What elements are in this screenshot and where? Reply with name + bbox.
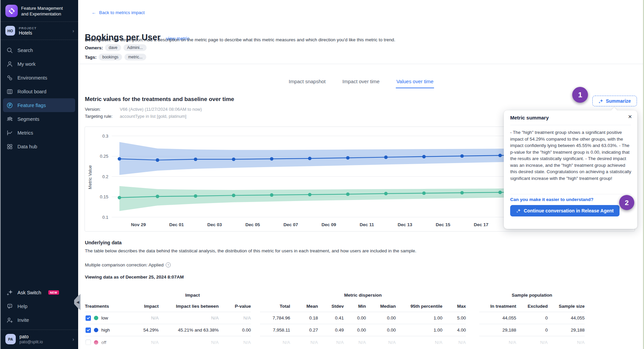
project-kicker: PROJECT: [19, 26, 37, 30]
back-link[interactable]: ← Back to metrics impact: [92, 10, 145, 15]
sidebar-item-invite[interactable]: Invite: [3, 313, 75, 327]
sidebar-item-label: My work: [17, 61, 36, 67]
tab-impact-snapshot[interactable]: Impact snapshot: [288, 77, 326, 88]
table-cell: N/A: [159, 312, 219, 324]
sidebar-item-rollout-board[interactable]: Rollout board: [3, 85, 75, 98]
sparkle-icon: [516, 208, 521, 213]
tab-bar: Impact snapshotImpact over timeValues ov…: [78, 77, 644, 88]
table-group-sample-population: Sample population: [479, 293, 585, 301]
table-header-spacer: [251, 301, 260, 312]
table-cell: 7,958.11: [260, 324, 290, 336]
arrow-left-icon: ←: [92, 10, 96, 15]
sidebar-item-segments[interactable]: Segments: [3, 112, 75, 126]
owner-pill: Admini...: [123, 44, 147, 51]
people-icon: [6, 116, 13, 122]
brand: Feature Managementand Experimentation: [0, 0, 78, 21]
description-row: Description:No description. Add a descri…: [85, 37, 395, 42]
brand-title: Feature Managementand Experimentation: [21, 5, 63, 17]
sidebar-item-label: Ask Switch: [17, 290, 41, 295]
sidebar-item-environments[interactable]: Environments: [3, 71, 75, 85]
svg-text:Metric Value: Metric Value: [88, 165, 93, 189]
sidebar-item-label: Metrics: [17, 130, 33, 136]
table-cell-spacer: [251, 324, 260, 336]
sidebar-item-help[interactable]: ?Help: [3, 299, 75, 313]
svg-text:0.2: 0.2: [102, 174, 108, 179]
sidebar-item-label: Rollout board: [17, 89, 46, 94]
sidebar-nav: SearchMy workEnvironmentsRollout boardFe…: [0, 40, 78, 153]
grid-icon: [6, 143, 13, 150]
table-cell-spacer: [466, 312, 479, 324]
sidebar-item-data-hub[interactable]: Data hub: [3, 140, 75, 153]
table-cell: 1.00: [396, 312, 442, 324]
table-cell-spacer: [466, 336, 479, 348]
checkbox-high[interactable]: [86, 328, 91, 333]
svg-text:Dec 09: Dec 09: [321, 222, 336, 227]
table-header-spacer: [466, 301, 479, 312]
split-logo-icon: [5, 5, 18, 17]
svg-text:0.15: 0.15: [100, 194, 108, 199]
sidebar-item-search[interactable]: Search: [3, 43, 75, 57]
underlying-data-title: Underlying data: [85, 240, 122, 245]
followup-link[interactable]: Can you make it easier to understand?: [510, 197, 593, 202]
table-cell: 0.27: [290, 324, 318, 336]
svg-text:Dec 07: Dec 07: [283, 222, 298, 227]
tag-pill: metric...: [124, 54, 146, 60]
table-cell: N/A: [318, 336, 344, 348]
table-cell: N/A: [134, 336, 159, 348]
treatment-row-high: high: [85, 324, 134, 336]
svg-text:?: ?: [9, 304, 11, 307]
tab-impact-over-time[interactable]: Impact over time: [342, 77, 380, 88]
project-switcher[interactable]: HO PROJECT Hotels ›: [0, 22, 78, 40]
column-header-total: Total: [260, 301, 290, 312]
continue-conversation-button[interactable]: Continue conversation in Release Agent: [510, 205, 620, 216]
column-header-impact-lies-between: Impact lies between: [159, 301, 219, 312]
table-cell: 0: [516, 312, 548, 324]
sidebar-item-label: Segments: [17, 116, 39, 122]
divider: [510, 125, 631, 125]
column-header-min: Min: [344, 301, 366, 312]
column-header-max: Max: [442, 301, 466, 312]
table-cell: N/A: [159, 336, 219, 348]
treatment-name: high: [101, 328, 110, 333]
underlying-data-table: ImpactMetric dispersionSample population…: [85, 293, 585, 348]
table-cell: 0.00: [366, 312, 396, 324]
user-email: pato@split.io: [19, 340, 43, 344]
table-cell: 4.00: [442, 324, 466, 336]
table-group-metric-dispersion: Metric dispersion: [260, 293, 466, 301]
table-cell-spacer: [251, 336, 260, 348]
info-icon[interactable]: ?: [166, 262, 171, 267]
checkbox-low[interactable]: [86, 315, 91, 321]
svg-text:0.25: 0.25: [100, 154, 108, 159]
project-badge: HO: [5, 26, 15, 36]
viewing-data-timestamp: Viewing data as of December 25, 2024 8:0…: [85, 275, 184, 280]
svg-text:Dec 11: Dec 11: [360, 222, 374, 227]
table-cell: 0.18: [290, 312, 318, 324]
column-header-p-value: P-value: [219, 301, 251, 312]
close-icon[interactable]: ✕: [628, 114, 632, 120]
column-header-impact: Impact: [134, 301, 159, 312]
table-cell: 44,055: [479, 312, 516, 324]
table-cell: N/A: [260, 336, 290, 348]
owners-row: Owners:daveAdmini...: [85, 44, 147, 51]
table-cell: 29,188: [548, 324, 585, 336]
sidebar-item-label: Environments: [17, 75, 47, 81]
sidebar-footer-nav: Ask SwitchNEW?HelpInvite: [0, 286, 78, 330]
table-cell: 0.00: [344, 324, 366, 336]
search-icon: [6, 47, 13, 54]
sidebar-item-metrics[interactable]: Metrics: [3, 126, 75, 140]
tab-values-over-time[interactable]: Values over time: [396, 77, 434, 88]
table-cell: 54.29%: [134, 324, 159, 336]
summarize-button[interactable]: Summarize: [592, 96, 637, 106]
user-profile[interactable]: PA pato pato@split.io ›: [0, 330, 78, 349]
user-name: pato: [19, 334, 43, 339]
section-title: Metric values for the treatments and bas…: [85, 96, 234, 103]
svg-text:Dec 03: Dec 03: [207, 222, 222, 227]
sidebar-item-feature-flags[interactable]: Feature flags: [3, 98, 75, 112]
svg-text:Dec 17: Dec 17: [474, 222, 488, 227]
sidebar-item-my-work[interactable]: My work: [3, 57, 75, 71]
table-cell: 44,055: [548, 312, 585, 324]
project-name: Hotels: [19, 30, 37, 36]
checkbox-off[interactable]: [86, 340, 91, 345]
sidebar-item-ask-switch[interactable]: Ask SwitchNEW: [3, 286, 75, 299]
table-cell: N/A: [366, 336, 396, 348]
